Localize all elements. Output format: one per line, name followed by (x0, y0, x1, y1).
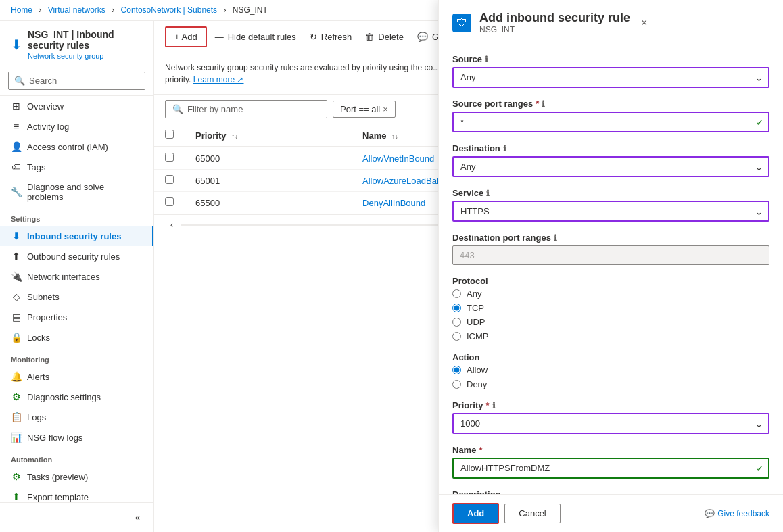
breadcrumb-virtual-networks[interactable]: Virtual networks (48, 5, 105, 15)
filter-search-icon: 🔍 (172, 104, 183, 114)
sidebar-item-tasks[interactable]: ⚙ Tasks (preview) (0, 466, 153, 487)
protocol-tcp-label: TCP (467, 303, 484, 313)
protocol-udp-radio[interactable] (452, 318, 461, 327)
protocol-udp-label: UDP (467, 317, 485, 327)
panel-add-button[interactable]: Add (452, 503, 499, 524)
sidebar-item-activity-log[interactable]: ≡ Activity log (0, 116, 153, 137)
sidebar-item-nsg-flow-logs[interactable]: 📊 NSG flow logs (0, 427, 153, 448)
diagnose-icon: 🔧 (11, 187, 22, 197)
sidebar-item-diagnose[interactable]: 🔧 Diagnose and solve problems (0, 177, 153, 207)
filter-tag-close[interactable]: × (383, 104, 388, 114)
select-all-checkbox[interactable] (165, 130, 174, 139)
action-deny-radio[interactable] (452, 380, 461, 389)
filter-tag[interactable]: Port == all × (333, 101, 396, 118)
name-sort-icon[interactable]: ↑↓ (392, 132, 398, 140)
panel-cancel-button[interactable]: Cancel (504, 504, 560, 523)
priority-info-icon[interactable]: ℹ (492, 401, 496, 410)
source-port-info-icon[interactable]: ℹ (542, 99, 545, 109)
source-port-label: Source port ranges * ℹ (452, 99, 769, 109)
sidebar-item-alerts[interactable]: 🔔 Alerts (0, 366, 153, 387)
sidebar-collapse-btn[interactable]: « (130, 508, 145, 527)
protocol-group: Protocol Any TCP UDP (452, 276, 769, 341)
resource-header: ⬇ NSG_INT | Inbound security rules Netwo… (0, 21, 153, 66)
destination-select[interactable]: Any (452, 156, 769, 177)
protocol-any-option[interactable]: Any (452, 289, 769, 299)
panel-footer: Add Cancel 💬 Give feedback (439, 494, 783, 532)
dest-port-info-icon[interactable]: ℹ (554, 233, 557, 243)
sidebar-item-locks[interactable]: 🔒 Locks (0, 327, 153, 347)
priority-select[interactable]: 1000 (452, 413, 769, 434)
alerts-label: Alerts (27, 372, 49, 382)
header-checkbox-cell (154, 124, 185, 147)
subnets-icon: ◇ (11, 291, 22, 302)
panel-close-button[interactable]: × (638, 14, 650, 32)
refresh-button[interactable]: ↻ Refresh (304, 28, 358, 46)
action-allow-option[interactable]: Allow (452, 365, 769, 375)
action-allow-radio[interactable] (452, 366, 461, 374)
scroll-left-btn[interactable]: ‹ (165, 218, 179, 233)
source-group: Source ℹ Any (452, 54, 769, 88)
row-name-link-2[interactable]: DenyAllInBound (362, 198, 425, 208)
sidebar-item-network-interfaces[interactable]: 🔌 Network interfaces (0, 266, 153, 287)
locks-icon: 🔒 (11, 332, 22, 343)
hide-default-rules-button[interactable]: — Hide default rules (210, 28, 302, 46)
source-port-group: Source port ranges * ℹ ✓ (452, 99, 769, 132)
destination-info-icon[interactable]: ℹ (503, 144, 506, 153)
panel-title: Add inbound security rule (479, 11, 630, 25)
priority-sort-icon[interactable]: ↑↓ (231, 132, 238, 140)
network-interfaces-icon: 🔌 (11, 271, 22, 282)
action-deny-option[interactable]: Deny (452, 379, 769, 389)
source-info-icon[interactable]: ℹ (485, 55, 488, 64)
protocol-tcp-radio[interactable] (452, 304, 461, 312)
sidebar-item-inbound-security-rules[interactable]: ⬇ Inbound security rules (0, 226, 153, 246)
service-info-icon[interactable]: ℹ (486, 189, 490, 198)
protocol-any-radio[interactable] (452, 289, 461, 298)
row-name-link-0[interactable]: AllowVnetInBound (362, 153, 434, 164)
protocol-icmp-option[interactable]: ICMP (452, 331, 769, 341)
locks-label: Locks (27, 333, 50, 343)
sidebar-item-logs[interactable]: 📋 Logs (0, 407, 153, 427)
row-checkbox-cell (154, 170, 185, 192)
feedback-link-icon: 💬 (705, 509, 715, 518)
sidebar-item-overview[interactable]: ⊞ Overview (0, 96, 153, 116)
description-label: Description (452, 489, 769, 494)
panel-feedback-link[interactable]: 💬 Give feedback (705, 509, 769, 518)
protocol-tcp-option[interactable]: TCP (452, 303, 769, 313)
priority-group: Priority * ℹ 1000 (452, 400, 769, 434)
search-placeholder: Search (29, 76, 57, 86)
breadcrumb-contoso[interactable]: ContosoNetwork | Subnets (121, 5, 218, 15)
breadcrumb-home[interactable]: Home (11, 5, 32, 15)
protocol-icmp-radio[interactable] (452, 332, 461, 341)
dest-port-label: Destination port ranges ℹ (452, 233, 769, 243)
row-checkbox-0[interactable] (165, 153, 174, 162)
sidebar-item-access-control[interactable]: 👤 Access control (IAM) (0, 137, 153, 157)
protocol-udp-option[interactable]: UDP (452, 317, 769, 327)
row-checkbox-2[interactable] (165, 197, 174, 206)
outbound-rules-icon: ⬆ (11, 251, 22, 262)
sidebar-item-properties[interactable]: ▤ Properties (0, 307, 153, 327)
learn-more-link[interactable]: Learn more ↗ (193, 75, 244, 84)
name-input[interactable] (452, 458, 769, 479)
dest-port-input[interactable] (452, 245, 769, 265)
sidebar-search-box[interactable]: 🔍 Search (8, 72, 145, 90)
sidebar-item-subnets[interactable]: ◇ Subnets (0, 287, 153, 307)
subnets-label: Subnets (27, 292, 60, 302)
logs-icon: 📋 (11, 412, 22, 422)
add-button[interactable]: + Add (165, 26, 207, 47)
resource-type: Network security group (28, 52, 143, 60)
overview-icon: ⊞ (11, 101, 22, 112)
source-select[interactable]: Any (452, 67, 769, 88)
action-radio-group: Allow Deny (452, 365, 769, 389)
row-checkbox-1[interactable] (165, 175, 174, 184)
service-select[interactable]: HTTPS (452, 201, 769, 222)
source-port-input[interactable] (452, 112, 769, 132)
sidebar-item-diagnostic-settings[interactable]: ⚙ Diagnostic settings (0, 387, 153, 407)
sidebar-item-export-template[interactable]: ⬆ Export template (0, 487, 153, 502)
sidebar-item-outbound-security-rules[interactable]: ⬆ Outbound security rules (0, 246, 153, 266)
destination-select-wrapper: Any (452, 156, 769, 177)
sidebar-item-tags[interactable]: 🏷 Tags (0, 157, 153, 177)
delete-button[interactable]: 🗑 Delete (360, 28, 409, 46)
overview-label: Overview (27, 101, 64, 112)
delete-icon: 🗑 (365, 32, 374, 42)
filter-input-box[interactable]: 🔍 Filter by name (165, 100, 327, 118)
